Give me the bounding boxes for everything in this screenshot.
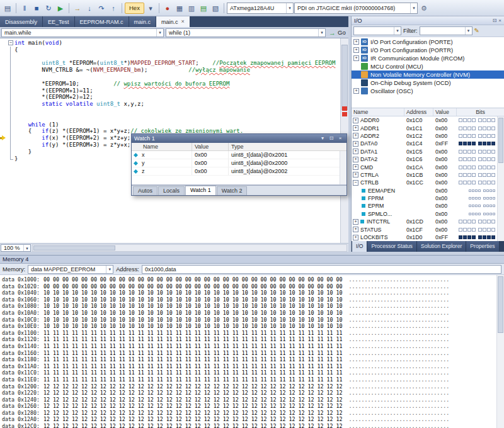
panel-tab[interactable]: Properties — [466, 241, 499, 252]
register-row[interactable]: +DATA20x1C60x00 — [352, 155, 504, 163]
highlight-pencil-icon[interactable]: ✎ — [474, 28, 479, 34]
filter-dropdown[interactable]: ▾ — [420, 26, 472, 35]
register-row[interactable]: +ADDR20x1C20x00 — [352, 132, 504, 140]
breakpoints-window-icon[interactable]: ● — [162, 3, 173, 14]
col-type[interactable]: Type — [229, 143, 346, 150]
stop-debugging-icon[interactable]: ■ — [31, 3, 42, 14]
register-bit-row[interactable]: SPMLO...0x00 — [352, 210, 504, 218]
continue-icon[interactable]: ▶ — [55, 3, 66, 14]
expander-icon[interactable]: + — [353, 157, 358, 162]
expander-icon[interactable]: + — [353, 235, 358, 240]
col-address[interactable]: Address — [404, 108, 433, 116]
io-tree-item[interactable]: +Oscillator (OSC) — [352, 87, 504, 95]
memory-vscrollbar[interactable] — [496, 275, 504, 428]
processor-view-icon[interactable]: ▧ — [210, 3, 221, 14]
expander-icon[interactable]: + — [353, 141, 358, 147]
show-next-statement-icon[interactable]: → — [72, 3, 83, 14]
expander-icon[interactable]: + — [353, 88, 359, 94]
expander-icon[interactable]: + — [353, 118, 358, 123]
register-bit-row[interactable]: EPRM0x00 — [352, 202, 504, 210]
pin-icon[interactable]: ⊡ — [493, 18, 497, 23]
memory-dropdown[interactable]: data MAPPED_EEPROM ▾ — [28, 265, 113, 274]
io-tree-item[interactable]: +IOI/O Port Configuration (PORTR) — [352, 46, 504, 54]
watch-vscrollbar[interactable] — [340, 151, 346, 184]
io-tree-item[interactable]: On-Chip Debug System (OCD) — [352, 79, 504, 87]
io-tree-item[interactable]: +IOIR Communication Module (IRCOM) — [352, 54, 504, 62]
editor-tab[interactable]: EE_Test — [43, 16, 75, 27]
scrollbar-thumb[interactable] — [498, 118, 503, 163]
step-into-icon[interactable]: ↓ — [84, 3, 95, 14]
register-row[interactable]: +DATA10x1C50x00 — [352, 148, 504, 155]
scope-dropdown[interactable]: main.while ▾ — [1, 28, 164, 37]
register-row[interactable]: +INTCTRL0x1CD0x00 — [352, 218, 504, 225]
watch-row[interactable]: x0x00uint8_t{data}@0x2001 — [132, 151, 346, 159]
memory-content[interactable]: data 0x1000:00 00 00 00 00 00 00 00 00 0… — [0, 275, 504, 428]
watch-tab[interactable]: Autos — [133, 186, 158, 195]
watch-tab[interactable]: Watch 2 — [217, 186, 248, 195]
hex-toggle-button[interactable]: Hex — [125, 3, 144, 14]
io-tree-item[interactable]: MCU Control (MCU) — [352, 62, 504, 70]
editor-hscrollbar[interactable] — [32, 244, 347, 252]
io-view-dropdown[interactable]: ▾ — [353, 26, 401, 35]
expander-icon[interactable]: + — [353, 149, 358, 154]
restart-debugging-icon[interactable]: ↻ — [43, 3, 54, 14]
debugger-interface-select[interactable]: PDI on JTAGICE mkII (070000004768)▾ — [294, 3, 418, 14]
save-all-icon[interactable]: ▤ — [2, 3, 13, 14]
col-value[interactable]: Value — [192, 143, 229, 150]
scrollbar-thumb[interactable] — [498, 276, 503, 333]
watch-tab[interactable]: Watch 1 — [185, 186, 216, 195]
go-arrow-icon[interactable]: → — [329, 29, 336, 37]
col-value[interactable]: Value — [433, 108, 457, 116]
panel-tab[interactable]: Solution Explorer — [417, 241, 466, 252]
watch-tab[interactable]: Locals — [158, 186, 185, 195]
expander-icon[interactable]: + — [353, 172, 358, 177]
register-row[interactable]: −CTRLB0x1CC0x00 — [352, 179, 504, 186]
watch-titlebar[interactable]: Watch 1 ▾ ⊡ × — [132, 134, 346, 143]
scrollbar-thumb[interactable] — [33, 245, 115, 251]
go-button[interactable]: Go — [338, 29, 346, 36]
memory-window-icon[interactable]: ▥ — [186, 3, 197, 14]
expander-icon[interactable]: + — [353, 164, 358, 170]
member-dropdown[interactable]: while (1) ▾ — [166, 28, 326, 37]
watch-row[interactable]: z0x00uint8_t{data}@0x2002 — [132, 167, 346, 176]
io-view-icon[interactable]: ▤ — [198, 3, 209, 14]
watch-row[interactable]: y0x00uint8_t{data}@0x2000 — [132, 159, 346, 167]
register-bit-row[interactable]: FPRM0x00 — [352, 194, 504, 202]
address-input[interactable]: 0x1000,data — [142, 265, 501, 274]
close-icon[interactable]: × — [181, 19, 185, 25]
device-select[interactable]: ATxmega128A4U▾ — [227, 3, 294, 14]
window-menu-icon[interactable]: ▾ — [319, 134, 326, 143]
scrollbar-thumb[interactable] — [341, 45, 348, 110]
register-row[interactable]: +ADDR00x1C00x00 — [352, 116, 504, 124]
register-row[interactable]: +DATA00x1C40xFF — [352, 140, 504, 147]
close-icon[interactable]: × — [498, 18, 501, 23]
col-bits[interactable]: Bits — [457, 108, 504, 116]
watch-window-icon[interactable]: ▦ — [174, 3, 185, 14]
panel-tab[interactable]: Processor Status — [367, 241, 416, 252]
expander-icon[interactable]: + — [353, 125, 358, 131]
expander-icon[interactable]: + — [353, 219, 358, 225]
io-tree-item[interactable]: +IOI/O Port Configuration (PORTE) — [352, 38, 504, 46]
expander-icon[interactable]: + — [353, 55, 359, 61]
expander-icon[interactable]: + — [353, 47, 359, 53]
register-row[interactable]: +LOCKBITS0x1D00xFF — [352, 234, 504, 241]
register-bit-row[interactable]: EEMAPEN0x00 — [352, 187, 504, 194]
editor-tab[interactable]: main.c — [129, 16, 157, 27]
step-out-icon[interactable]: ↑ — [108, 3, 119, 14]
register-row[interactable]: +STATUS0x1CF0x00 — [352, 225, 504, 233]
expander-icon[interactable]: + — [353, 227, 358, 232]
pin-icon[interactable]: ⊡ — [328, 134, 335, 143]
expander-icon[interactable]: − — [353, 180, 358, 186]
col-name[interactable]: Name — [352, 108, 404, 116]
fold-collapse-icon[interactable]: − — [8, 40, 13, 45]
register-row[interactable]: +ADDR10x1C10x00 — [352, 124, 504, 132]
zoom-dropdown[interactable]: 100 % ▾ — [1, 244, 31, 252]
expander-icon[interactable]: + — [353, 133, 358, 138]
panel-tab[interactable]: I/O — [352, 241, 367, 252]
register-vscrollbar[interactable] — [497, 116, 504, 241]
step-over-icon[interactable]: ↷ — [96, 3, 107, 14]
expander-icon[interactable]: + — [353, 39, 359, 45]
toolbar-options-icon[interactable]: ▾ — [145, 3, 156, 14]
pause-icon[interactable]: ‖ — [19, 3, 30, 14]
col-name[interactable]: Name — [132, 143, 192, 150]
